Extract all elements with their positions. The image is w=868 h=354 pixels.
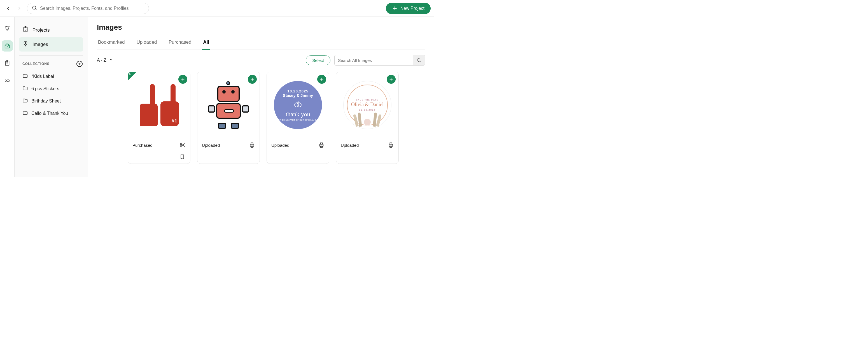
svg-point-13 [25,42,26,43]
sort-dropdown[interactable]: A - Z [97,58,113,63]
image-card[interactable]: 10.20.2025 Stacey & Jimmy thank you FOR … [267,72,329,164]
toolbar: A - Z Select [97,55,425,65]
svg-rect-40 [390,143,392,145]
printer-icon[interactable] [318,142,324,148]
tab-bookmarked[interactable]: Bookmarked [97,37,126,50]
svg-point-33 [297,103,301,107]
clipboard-icon [22,26,29,34]
sticker-thankyou: thank you [286,111,310,118]
sidebar-item-images[interactable]: Images [19,37,83,52]
svg-rect-41 [390,146,392,148]
global-search[interactable] [27,3,149,14]
image-search-input[interactable] [335,55,413,65]
svg-line-18 [420,61,421,62]
svg-rect-36 [320,146,322,148]
printer-icon[interactable] [388,142,394,148]
svg-line-4 [5,26,5,27]
image-status: Purchased [132,143,153,148]
tab-purchased[interactable]: Purchased [167,37,192,50]
svg-rect-28 [251,143,253,145]
top-bar: New Project [0,0,434,17]
collection-label: *Kids Label [31,74,54,79]
nav-arrows [3,4,24,13]
sort-label: A - Z [97,58,106,63]
chevron-down-icon [109,58,113,63]
folder-icon [22,110,28,117]
rail-projects[interactable] [2,58,13,69]
thumbnail [197,72,259,138]
back-button[interactable] [3,4,13,13]
collection-label: Birthday Sheet [31,98,61,104]
main-content: Images Bookmarked Uploaded Purchased All… [88,17,434,177]
collection-item[interactable]: Cello & Thank You [19,107,83,120]
svg-rect-29 [251,146,253,148]
folder-icon [22,85,28,92]
image-search [334,55,425,65]
rail-heat[interactable] [2,75,13,86]
divider [19,55,83,56]
sidebar-item-projects[interactable]: Projects [19,23,83,37]
sticker-names: Olivia & Daniel [351,102,383,108]
add-image-button[interactable] [387,75,396,84]
tab-all[interactable]: All [202,37,211,50]
image-grid: a #1 Purchased [97,72,425,164]
rail-discover[interactable] [2,23,13,34]
sidebar-item-label: Images [32,42,48,47]
sidebar: Projects Images COLLECTIONS *Kids Label … [14,17,88,177]
sticker-subtext: FOR BEING PART OF OUR SPECIAL DAY [277,119,319,121]
sticker-names: Stacey & Jimmy [283,93,313,98]
forward-button[interactable] [14,4,24,13]
svg-point-0 [32,6,36,9]
collection-label: 6 pcs Stickers [31,86,59,91]
select-button[interactable]: Select [306,55,331,65]
image-card[interactable]: Uploaded [197,72,260,164]
collection-item[interactable]: *Kids Label [19,70,83,83]
thumbnail: 10.20.2025 Stacey & Jimmy thank you FOR … [267,72,329,138]
image-status: Uploaded [202,143,220,148]
svg-rect-35 [320,143,322,145]
new-project-button[interactable]: New Project [386,3,431,14]
collection-label: Cello & Thank You [31,111,68,116]
balloon-icon [22,40,29,48]
image-preview: #1 [140,84,178,126]
printer-icon[interactable] [249,142,255,148]
thumbnail: SAVE THE DATE Olivia & Daniel 20.08.2025 [336,72,398,138]
image-preview: SAVE THE DATE Olivia & Daniel 20.08.2025 [343,81,392,129]
image-preview: 10.20.2025 Stacey & Jimmy thank you FOR … [274,81,322,129]
svg-point-32 [294,103,299,107]
global-search-input[interactable] [40,6,144,11]
folder-icon [22,98,28,105]
folder-icon [22,73,28,80]
sticker-date: 10.20.2025 [287,89,308,93]
svg-point-17 [417,59,420,62]
image-status: Uploaded [341,143,359,148]
collections-label: COLLECTIONS [22,62,50,66]
image-tabs: Bookmarked Uploaded Purchased All [97,37,425,50]
sidebar-item-label: Projects [32,27,50,33]
add-image-button[interactable] [178,75,187,84]
add-image-button[interactable] [317,75,326,84]
nav-rail [0,17,14,177]
image-search-button[interactable] [413,55,425,65]
page-title: Images [97,23,425,32]
image-card[interactable]: a #1 Purchased [128,72,190,164]
collection-item[interactable]: 6 pcs Stickers [19,83,83,95]
scissors-icon[interactable] [180,142,186,148]
rail-my-stuff[interactable] [2,40,13,52]
collection-item[interactable]: Birthday Sheet [19,95,83,107]
new-project-label: New Project [400,6,425,11]
rings-icon [293,101,303,109]
svg-line-5 [9,26,9,27]
add-collection-button[interactable] [76,61,83,67]
image-status: Uploaded [271,143,289,148]
svg-line-1 [36,9,37,10]
image-preview [206,81,251,129]
bookmark-icon[interactable] [180,154,186,160]
thumbnail: a #1 [128,72,190,138]
search-icon [32,5,37,12]
image-card[interactable]: SAVE THE DATE Olivia & Daniel 20.08.2025… [336,72,399,164]
tab-uploaded[interactable]: Uploaded [135,37,158,50]
collections-header: COLLECTIONS [19,61,83,70]
access-badge-label: a [129,72,131,76]
